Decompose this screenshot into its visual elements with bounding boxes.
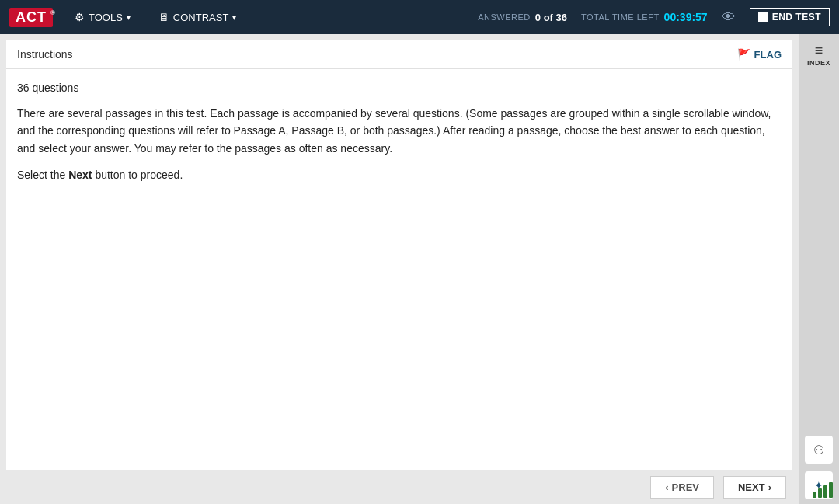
instructions-title: Instructions bbox=[17, 48, 73, 61]
tools-chevron-icon: ▾ bbox=[127, 13, 131, 22]
score-bar-3 bbox=[823, 485, 827, 498]
question-count: 36 questions bbox=[17, 82, 782, 94]
bottom-nav: ‹ PREV NEXT › bbox=[0, 470, 799, 504]
score-indicator bbox=[813, 482, 833, 498]
flag-button[interactable]: 🚩 FLAG bbox=[737, 48, 782, 61]
contrast-chevron-icon: ▾ bbox=[232, 13, 236, 22]
main-layout: Instructions 🚩 FLAG 36 questions There a… bbox=[0, 34, 839, 504]
content-area: Instructions 🚩 FLAG 36 questions There a… bbox=[0, 34, 799, 504]
stop-icon bbox=[758, 12, 768, 22]
next-instruction: Select the Next button to proceed. bbox=[17, 166, 782, 183]
prev-chevron-icon: ‹ bbox=[665, 481, 668, 493]
end-test-button[interactable]: END TEST bbox=[750, 8, 830, 26]
instructions-body: 36 questions There are several passages … bbox=[6, 69, 792, 470]
index-button[interactable]: ≡ INDEX bbox=[800, 39, 837, 71]
score-bar-1 bbox=[813, 492, 816, 498]
contrast-button[interactable]: 🖥 CONTRAST ▾ bbox=[152, 8, 243, 26]
right-sidebar: ≡ INDEX ⚇ ✦ bbox=[799, 34, 839, 504]
instructions-panel: Instructions 🚩 FLAG 36 questions There a… bbox=[6, 40, 792, 470]
header: ACT® ⚙ TOOLS ▾ 🖥 CONTRAST ▾ ANSWERED 0 o… bbox=[0, 0, 839, 34]
next-button[interactable]: NEXT › bbox=[723, 476, 786, 499]
act-logo: ACT® bbox=[9, 8, 53, 27]
score-bar-2 bbox=[818, 488, 822, 498]
eye-slash-icon: 👁 bbox=[722, 9, 736, 25]
header-stats: ANSWERED 0 of 36 TOTAL TIME LEFT 00:39:5… bbox=[258, 8, 830, 26]
accessibility-button-1[interactable]: ⚇ bbox=[805, 436, 833, 464]
instructions-text: There are several passages in this test.… bbox=[17, 105, 782, 157]
score-bar-4 bbox=[829, 482, 833, 498]
tools-icon: ⚙ bbox=[75, 11, 85, 23]
instructions-header: Instructions 🚩 FLAG bbox=[6, 40, 792, 69]
flag-icon: 🚩 bbox=[737, 48, 750, 61]
person-icon: ⚇ bbox=[813, 443, 824, 457]
tools-button[interactable]: ⚙ TOOLS ▾ bbox=[68, 8, 137, 26]
hamburger-icon: ≡ bbox=[815, 43, 823, 57]
next-chevron-icon: › bbox=[768, 481, 771, 493]
time-stat: TOTAL TIME LEFT 00:39:57 bbox=[581, 11, 708, 23]
contrast-icon: 🖥 bbox=[158, 11, 169, 23]
hide-timer-button[interactable]: 👁 bbox=[722, 9, 736, 26]
answered-stat: ANSWERED 0 of 36 bbox=[478, 12, 567, 23]
prev-button[interactable]: ‹ PREV bbox=[650, 476, 714, 499]
